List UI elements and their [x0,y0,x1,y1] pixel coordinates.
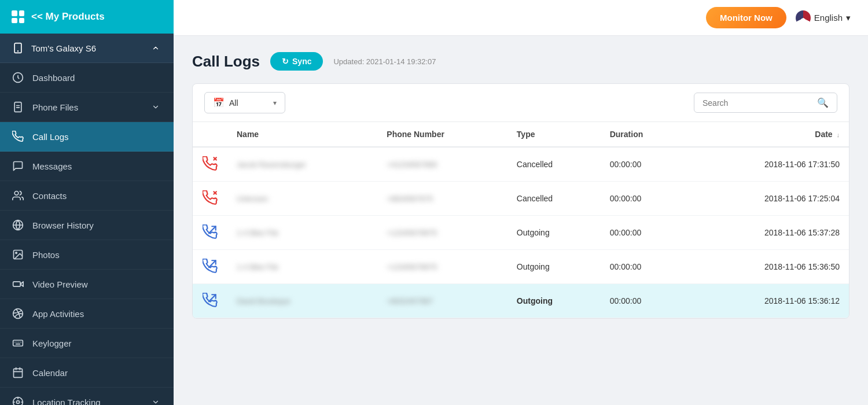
filter-dropdown[interactable]: 📅 All ▾ [204,92,285,113]
call-type-cell [193,147,227,182]
device-chevron-icon [149,42,162,54]
table-row: David Bouteque +8032457987 Outgoing 00:0… [193,284,849,318]
svg-rect-11 [13,282,21,286]
sidebar-label-contacts: Contacts [32,191,162,201]
search-icon[interactable]: 🔍 [817,97,829,108]
call-duration: 00:00:00 [601,147,689,182]
monitor-now-button[interactable]: Monitor Now [706,7,786,28]
app-icon [12,307,24,320]
phone-files-icon [12,101,24,113]
call-type: Outgoing [507,284,601,318]
sidebar-item-dashboard[interactable]: Dashboard [0,63,174,93]
my-products-label: << My Products [31,11,105,23]
lang-chevron-icon: ▾ [846,13,851,23]
call-type: Outgoing [507,250,601,284]
call-type-cell [193,182,227,216]
sidebar-item-keylogger[interactable]: Keylogger [0,329,174,358]
sidebar-item-messages[interactable]: Messages [0,152,174,181]
device-row[interactable]: Tom's Galaxy S6 [0,34,174,63]
table-row: Jacob Ravensburger +41234567890 Cancelle… [193,147,849,182]
phone-number: +8032457987 [377,284,507,318]
sidebar-item-location-tracking[interactable]: Location Tracking [0,388,174,405]
keylogger-icon [12,337,24,349]
svg-point-25 [17,401,20,404]
sidebar-item-phone-files[interactable]: Phone Files [0,93,174,122]
sidebar-item-browser-history[interactable]: Browser History [0,211,174,240]
caller-name: Jacob Ravensburger [227,147,377,182]
my-products-link[interactable]: << My Products [0,0,174,34]
messages-icon [12,160,24,172]
call-logs-icon [12,130,24,143]
topbar: Monitor Now English ▾ [174,0,868,36]
caller-name: David Bouteque [227,284,377,318]
sidebar-label-messages: Messages [32,161,162,171]
location-chevron [149,396,162,405]
call-type-cell [193,250,227,284]
sidebar-label-app-activities: App Activities [32,309,162,319]
col-duration: Duration [601,122,689,147]
col-name: Name [227,122,377,147]
browser-icon [12,219,24,231]
phone-icon [12,42,24,54]
table-row: Unknown +8634567675 Cancelled 00:00:00 2… [193,182,849,216]
contacts-icon [12,189,24,202]
call-type: Outgoing [507,216,601,250]
call-logs-table: Name Phone Number Type Duration Date ↓ [193,122,849,318]
location-icon [12,396,24,405]
col-icon [193,122,227,147]
cancelled-call-icon [202,156,218,172]
filter-chevron-icon: ▾ [273,99,277,107]
table-body: Jacob Ravensburger +41234567890 Cancelle… [193,147,849,318]
call-type: Cancelled [507,147,601,182]
grid-icon [12,10,24,23]
outgoing-call-icon [202,224,218,240]
col-date[interactable]: Date ↓ [689,122,849,147]
caller-name: 1-4 Bike File [227,216,377,250]
phone-number: +12345678975 [377,216,507,250]
video-icon [12,278,24,290]
call-type-cell [193,216,227,250]
call-duration: 00:00:00 [601,284,689,318]
sidebar: << My Products Tom's Galaxy S6 Dashboard… [0,0,174,405]
sidebar-item-video-preview[interactable]: Video Preview [0,270,174,299]
call-duration: 00:00:00 [601,250,689,284]
col-type: Type [507,122,601,147]
phone-number: +12345678975 [377,250,507,284]
page-title: Call Logs [192,53,260,71]
cancelled-call-icon [202,190,218,206]
photos-icon [12,248,24,261]
search-box[interactable]: 🔍 [694,93,837,113]
svg-point-6 [14,192,19,196]
main-area: Monitor Now English ▾ Call Logs ↻ Sync U… [174,0,868,405]
sync-button[interactable]: ↻ Sync [270,52,323,71]
svg-point-10 [16,252,17,254]
svg-rect-20 [14,369,23,377]
sidebar-item-photos[interactable]: Photos [0,240,174,270]
sidebar-item-app-activities[interactable]: App Activities [0,299,174,329]
sync-icon: ↻ [282,57,289,66]
outgoing-call-icon [202,292,218,308]
search-input[interactable] [703,98,812,108]
sidebar-label-keylogger: Keylogger [32,338,162,348]
caller-name: 1-4 Bike File [227,250,377,284]
sidebar-item-calendar[interactable]: Calendar [0,358,174,388]
call-date: 2018-11-06 15:37:28 [689,216,849,250]
date-sort-icon: ↓ [837,131,840,138]
call-date: 2018-11-06 17:25:04 [689,182,849,216]
call-date: 2018-11-06 17:31:50 [689,147,849,182]
flag-icon [796,10,811,25]
calendar-icon [12,366,24,379]
sidebar-label-dashboard: Dashboard [32,73,162,83]
table-row: 1-4 Bike File +12345678975 Outgoing 00:0… [193,250,849,284]
table-card: 📅 All ▾ 🔍 Name Phone Number Type D [192,83,849,319]
sidebar-item-contacts[interactable]: Contacts [0,181,174,211]
language-selector[interactable]: English ▾ [796,10,851,25]
phone-number: +41234567890 [377,147,507,182]
phone-files-chevron [149,101,162,113]
sidebar-label-photos: Photos [32,250,162,260]
svg-rect-14 [13,340,23,346]
outgoing-call-icon [202,258,218,274]
sidebar-label-calendar: Calendar [32,368,162,378]
sidebar-item-call-logs[interactable]: Call Logs [0,122,174,152]
call-date: 2018-11-06 15:36:50 [689,250,849,284]
